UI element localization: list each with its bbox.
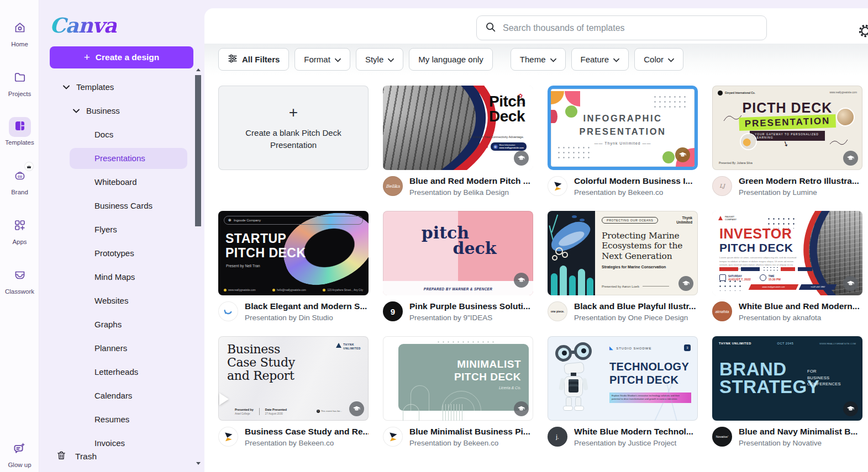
education-badge-icon <box>514 273 529 288</box>
template-card[interactable]: ◣STUDIO SHODWE 3 TECHNOLOGYPITCH DECK Ex… <box>548 336 698 447</box>
template-thumbnail[interactable]: PROTECTING OUR OCEANS ThynkUnlimited Pro… <box>548 211 698 295</box>
din-studio-logo-icon <box>223 306 233 316</box>
template-thumbnail[interactable]: ◣STUDIO SHODWE 3 TECHNOLOGYPITCH DECK Ex… <box>548 336 698 421</box>
feature-filter-button[interactable]: Feature <box>571 48 629 71</box>
sage-panel: MINIMALISTPITCH DECK Liceria & Co. <box>398 344 529 411</box>
template-search[interactable] <box>476 15 767 40</box>
sidebar-item-calendars[interactable]: Calendars <box>40 384 204 407</box>
tree-node-business[interactable]: Business <box>40 99 204 123</box>
template-byline: Presentation by Din Studio <box>245 314 367 322</box>
sidebar-item-docs[interactable]: Docs <box>40 123 204 146</box>
sidebar-item-prototypes[interactable]: Prototypes <box>40 241 204 265</box>
template-thumbnail[interactable]: Ginyard International Co. www.reallygrea… <box>712 86 862 170</box>
education-badge-icon <box>675 147 690 162</box>
template-thumbnail[interactable]: FAUGETCOMPANY INVESTOR PITCH DECK Lorem … <box>712 211 862 295</box>
template-card[interactable]: INFOGRAPHICPRESENTATION —— Thynk Unlimit… <box>548 86 698 197</box>
my-language-only-toggle[interactable]: My language only <box>409 48 493 71</box>
canva-logo[interactable]: Canva <box>50 13 117 38</box>
logo-triangle <box>336 343 341 348</box>
rail-item-templates[interactable]: Templates <box>0 117 39 146</box>
template-card[interactable]: pitchdeck PREPARED BY WARNER & SPENCER 9… <box>383 211 533 322</box>
create-a-design-button[interactable]: + Create a design <box>50 46 193 68</box>
rail-item-projects[interactable]: Projects <box>0 68 39 97</box>
create-blank-card[interactable]: + Create a blank Pitch Deck Presentation <box>218 86 369 197</box>
svg-text:co: co <box>17 174 22 178</box>
template-byline: Presentation by aknafota <box>739 314 860 322</box>
all-filters-button[interactable]: All Filters <box>218 48 289 71</box>
scroll-down-arrow[interactable] <box>196 462 201 465</box>
creator-avatar: one piece. <box>548 301 567 321</box>
template-card[interactable]: THYNK UNLIMITED OCT 2045 WWW.REALLYGREAT… <box>712 336 862 447</box>
scrollbar-thumb[interactable] <box>195 75 201 226</box>
rail-item-glow-up[interactable]: Glow up <box>0 439 39 468</box>
creator-avatar <box>218 301 238 321</box>
sidebar-item-letterheads[interactable]: Letterheads <box>40 360 204 384</box>
sidebar-item-graphs[interactable]: Graphs <box>40 312 204 336</box>
template-thumbnail[interactable]: MINIMALISTPITCH DECK Liceria & Co. <box>383 336 533 421</box>
sidebar-item-trash[interactable]: Trash <box>40 446 204 468</box>
rail-item-classwork[interactable]: Classwork <box>0 266 39 295</box>
template-byline: Presentation by One Piece Design <box>574 314 696 322</box>
classwork-icon <box>13 268 27 284</box>
rail-label: Brand <box>11 189 28 195</box>
template-thumbnail[interactable]: INFOGRAPHICPRESENTATION —— Thynk Unlimit… <box>548 86 698 170</box>
globe-icon: ⊕ <box>493 145 498 149</box>
template-thumbnail[interactable]: THYNK UNLIMITED OCT 2045 WWW.REALLYGREAT… <box>712 336 862 421</box>
search-input[interactable] <box>503 23 759 33</box>
sidebar-item-planners[interactable]: Planners <box>40 336 204 360</box>
template-byline: Presentation by Bekeen.co <box>245 439 369 447</box>
blank-card-label: Create a blank Pitch Deck Presentation <box>241 127 346 151</box>
template-thumbnail[interactable]: pitchdeck PREPARED BY WARNER & SPENCER <box>383 211 533 295</box>
scroll-up-arrow[interactable] <box>196 68 201 71</box>
theme-filter-button[interactable]: Theme <box>511 48 566 71</box>
quarter-circle <box>551 91 564 104</box>
template-byline: Presentation by Justice Project <box>574 439 693 447</box>
template-thumbnail[interactable]: ⊛Ingoude Company STARTUPPITCH DECK Prese… <box>218 211 369 295</box>
play-button-icon <box>219 393 229 405</box>
studio-logo-icon: ◣ <box>609 346 613 351</box>
brand-icon: co <box>13 169 27 184</box>
line-pattern <box>443 404 465 421</box>
sidebar-item-resumes[interactable]: Resumes <box>40 407 204 431</box>
sidebar-item-presentations[interactable]: Presentations <box>40 146 204 170</box>
pro-crown-icon <box>25 162 33 171</box>
template-title: Blue and Navy Minimalist B... <box>739 427 858 437</box>
template-card[interactable]: MINIMALISTPITCH DECK Liceria & Co. Blue … <box>383 336 533 447</box>
settings-gear-icon[interactable] <box>858 23 868 40</box>
template-card[interactable]: Ginyard International Co. www.reallygrea… <box>712 86 862 197</box>
education-badge-icon <box>514 151 529 166</box>
education-badge-icon <box>843 276 858 291</box>
photo-sticker <box>741 134 756 149</box>
education-badge-icon <box>843 401 858 416</box>
template-card[interactable]: FAUGETCOMPANY INVESTOR PITCH DECK Lorem … <box>712 211 862 322</box>
tree-node-templates[interactable]: Templates <box>40 75 204 99</box>
rail-label: Apps <box>12 238 27 245</box>
rail-item-brand[interactable]: co Brand <box>0 167 39 195</box>
template-byline: Presentation by Belika Design <box>409 188 530 197</box>
sidebar-item-business-cards[interactable]: Business Cards <box>40 194 204 218</box>
template-thumbnail[interactable]: BusinessCase Studyand Report THYNKUNLIMI… <box>218 336 369 421</box>
chevron-down-icon <box>613 55 619 64</box>
sidebar-item-flyers[interactable]: Flyers <box>40 218 204 241</box>
style-filter-button[interactable]: Style <box>356 48 403 71</box>
sidebar-item-websites[interactable]: Websites <box>40 289 204 312</box>
chevron-down-icon <box>668 55 674 64</box>
template-card[interactable]: ⊛Ingoude Company STARTUPPITCH DECK Prese… <box>218 211 369 322</box>
template-card[interactable]: PROTECTING OUR OCEANS ThynkUnlimited Pro… <box>548 211 698 322</box>
plus-icon: + <box>289 105 298 120</box>
chevron-down-icon <box>550 55 556 64</box>
template-byline: Presentation by Novative <box>739 439 858 447</box>
creator-avatar <box>548 176 567 196</box>
sidebar-item-mind-maps[interactable]: Mind Maps <box>40 265 204 289</box>
rail-label: Templates <box>5 139 34 146</box>
template-byline: Presentation by Bekeen.co <box>409 439 530 447</box>
template-card[interactable]: BusinessCase Studyand Report THYNKUNLIMI… <box>218 336 369 447</box>
glow-up-icon <box>13 441 27 458</box>
rail-item-home[interactable]: Home <box>0 19 39 47</box>
color-filter-button[interactable]: Color <box>634 48 683 71</box>
sidebar-item-whiteboard[interactable]: Whiteboard <box>40 170 204 194</box>
template-thumbnail[interactable]: ✿Ingoude Company PitchDeck Unleash Your … <box>383 86 533 170</box>
template-card[interactable]: ✿Ingoude Company PitchDeck Unleash Your … <box>383 86 533 197</box>
format-filter-button[interactable]: Format <box>294 48 350 71</box>
rail-item-apps[interactable]: Apps <box>0 216 39 245</box>
